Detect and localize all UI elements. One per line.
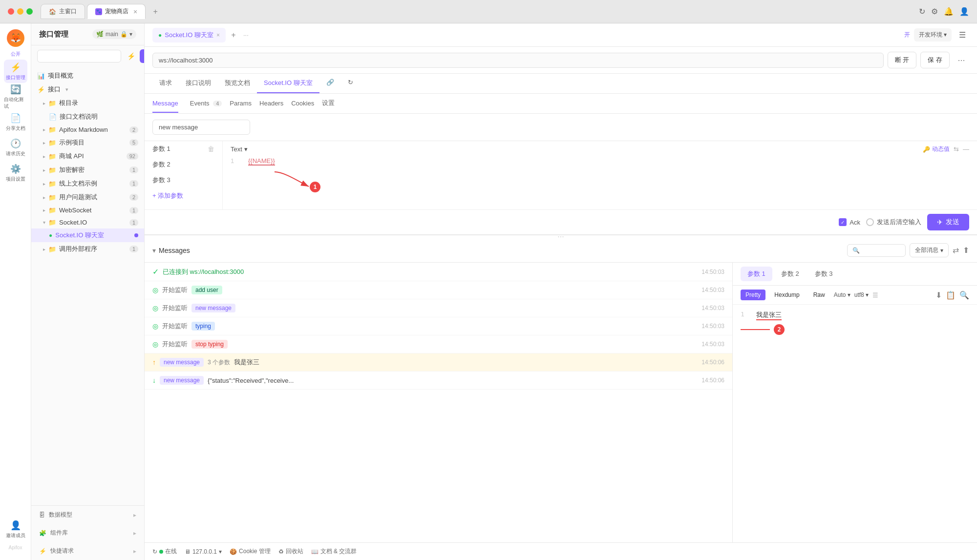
copy-icon[interactable]: 📋 xyxy=(946,290,956,300)
main-tab-close-icon[interactable]: × xyxy=(216,32,220,39)
encoding-selector[interactable]: Auto ▾ xyxy=(834,291,850,298)
dynamic-value-button[interactable]: 🔑 动态值 xyxy=(923,145,950,153)
sidebar-item-docs[interactable]: 📄 分享文档 xyxy=(4,110,27,134)
tree-item-api[interactable]: ⚡ 接口 ▾ xyxy=(31,83,144,96)
sidebar-item-history[interactable]: 🕐 请求历史 xyxy=(4,136,27,159)
message-item-watch-2[interactable]: ◎ 开始监听 new message 14:50:03 xyxy=(145,299,732,317)
search-content-icon[interactable]: 🔍 xyxy=(959,290,969,300)
maximize-button[interactable] xyxy=(26,8,33,15)
add-param-button[interactable]: + 添加参数 xyxy=(149,188,218,204)
message-item-received[interactable]: ↓ new message {"status":"Received","rece… xyxy=(145,372,732,390)
messages-collapse-icon[interactable]: ▾ xyxy=(152,247,156,254)
tree-item-socketio[interactable]: ▾ 📁 Socket.IO 1 xyxy=(31,216,144,228)
close-button[interactable] xyxy=(8,8,14,15)
main-tab-socketio-chat[interactable]: ● Socket.IO 聊天室 × xyxy=(152,28,226,42)
tab-socketio-chat[interactable]: Socket.IO 聊天室 xyxy=(257,74,319,93)
main-add-tab-button[interactable]: + xyxy=(228,29,239,41)
msg-tab-headers[interactable]: Headers xyxy=(255,95,287,113)
tab-home[interactable]: 🏠 主窗口 xyxy=(41,4,85,19)
tree-item-external[interactable]: ▸ 📁 调用外部程序 1 xyxy=(31,242,144,256)
msg-tab-cookies[interactable]: Cookies xyxy=(287,95,318,113)
tab-link[interactable]: 🔗 xyxy=(319,74,341,93)
messages-action-icon[interactable]: ⬆ xyxy=(963,246,969,255)
message-item-watch-1[interactable]: ◎ 开始监听 add user 14:50:03 xyxy=(145,281,732,299)
clear-checkbox[interactable] xyxy=(866,218,874,226)
msg-tab-message[interactable]: Message xyxy=(152,95,178,113)
tree-item-shop-api[interactable]: ▸ 📁 商城 API 92 xyxy=(31,149,144,163)
sidebar-item-settings[interactable]: ⚙️ 项目设置 xyxy=(4,161,27,185)
save-button[interactable]: 保 存 xyxy=(920,52,950,68)
format-pretty-button[interactable]: Pretty xyxy=(741,290,765,300)
main-more-tabs-icon[interactable]: ··· xyxy=(243,31,249,39)
messages-search-box[interactable]: 🔍 xyxy=(847,244,906,257)
nav-bottom-data-model[interactable]: 🗄 数据模型 ▸ xyxy=(31,506,144,524)
tree-item-socketio-chat[interactable]: ● Socket.IO 聊天室 xyxy=(31,228,144,242)
format-raw-button[interactable]: Raw xyxy=(808,290,830,300)
branch-selector[interactable]: 🌿 main 🔒 ▾ xyxy=(92,29,136,39)
bell-icon[interactable]: 🔔 xyxy=(944,7,954,16)
settings-browser-icon[interactable]: ⚙ xyxy=(931,7,938,16)
tab-close-button[interactable]: × xyxy=(133,8,137,16)
list-icon[interactable]: ☰ xyxy=(872,291,878,299)
message-item-watch-3[interactable]: ◎ 开始监听 typing 14:50:03 xyxy=(145,317,732,335)
event-name-input[interactable] xyxy=(152,120,250,135)
disconnect-button[interactable]: 断 开 xyxy=(888,52,917,68)
message-item-watch-4[interactable]: ◎ 开始监听 stop typing 14:50:03 xyxy=(145,335,732,353)
expand-icon[interactable]: ⇆ xyxy=(954,145,959,153)
collapse-bar-icon[interactable]: — xyxy=(963,145,969,153)
add-tab-button[interactable]: + xyxy=(149,6,161,18)
rp-tab-param2[interactable]: 参数 2 xyxy=(774,267,806,281)
tree-item-online-docs[interactable]: ▸ 📁 线上文档示例 1 xyxy=(31,177,144,190)
rp-tab-param3[interactable]: 参数 3 xyxy=(808,267,840,281)
tree-item-apifox-markdown[interactable]: ▸ 📁 Apifox Markdown 2 xyxy=(31,124,144,136)
refresh-browser-icon[interactable]: ↻ xyxy=(919,7,925,16)
sidebar-item-api-management[interactable]: ⚡ 接口管理 xyxy=(4,60,27,83)
ack-checkbox[interactable]: ✓ xyxy=(839,218,847,226)
msg-tab-params[interactable]: Params xyxy=(226,95,255,113)
rp-tab-param1[interactable]: 参数 1 xyxy=(741,267,772,281)
tree-item-api-docs[interactable]: 📄 接口文档说明 xyxy=(31,110,144,124)
param-item-1[interactable]: 参数 1 🗑 xyxy=(149,141,218,157)
param1-delete-icon[interactable]: 🗑 xyxy=(208,145,214,153)
status-docs[interactable]: 📖 文档 & 交流群 xyxy=(311,547,357,556)
tree-item-root[interactable]: ▸ 📁 根目录 xyxy=(31,96,144,110)
nav-bottom-quick-request[interactable]: ⚡ 快捷请求 ▸ xyxy=(31,542,144,560)
tab-refresh[interactable]: ↻ xyxy=(341,74,360,93)
format-hexdump-button[interactable]: Hexdump xyxy=(769,290,804,300)
message-item-connected[interactable]: ✓ 已连接到 ws://localhost:3000 14:50:03 xyxy=(145,263,732,281)
tree-item-examples[interactable]: ▸ 📁 示例项目 5 xyxy=(31,136,144,149)
add-button[interactable]: + xyxy=(140,49,145,63)
url-input[interactable] xyxy=(152,53,884,68)
minimize-button[interactable] xyxy=(17,8,23,15)
tab-request[interactable]: 请求 xyxy=(152,74,179,93)
env-selector[interactable]: 开发环境 ▾ xyxy=(914,28,952,41)
charset-selector[interactable]: utf8 ▾ xyxy=(854,291,869,298)
status-cookie[interactable]: 🍪 Cookie 管理 xyxy=(230,547,271,556)
status-online[interactable]: ↻ 在线 xyxy=(152,547,177,556)
send-button[interactable]: ✈ 发送 xyxy=(927,214,969,230)
text-type-selector[interactable]: Text ▾ xyxy=(231,145,248,153)
search-input[interactable] xyxy=(37,50,121,62)
more-options-button[interactable]: ··· xyxy=(954,52,969,68)
msg-tab-settings[interactable]: 设置 xyxy=(318,94,339,113)
tree-item-user-tests[interactable]: ▸ 📁 用户问题测试 2 xyxy=(31,190,144,204)
status-ip[interactable]: 🖥 127.0.0.1 ▾ xyxy=(185,548,222,555)
tree-item-overview[interactable]: 📊 项目概览 xyxy=(31,69,144,83)
hamburger-menu-button[interactable]: ☰ xyxy=(956,28,969,42)
filter-button[interactable]: ⚡ xyxy=(124,49,138,63)
tab-pet[interactable]: 🐾 宠物商店 × xyxy=(87,4,146,19)
message-item-sent[interactable]: ↑ new message 3 个参数 我是张三 14:50:06 xyxy=(145,353,732,372)
sidebar-item-automation[interactable]: 🔄 自动化测试 xyxy=(4,85,27,108)
sync-icon[interactable]: ⇄ xyxy=(953,246,959,255)
download-icon[interactable]: ⬇ xyxy=(935,290,942,300)
param-item-2[interactable]: 参数 2 xyxy=(149,157,218,172)
sidebar-item-invite[interactable]: 👤 邀请成员 xyxy=(4,518,27,541)
tree-item-websocket[interactable]: ▸ 📁 WebSocket 1 xyxy=(31,204,144,216)
filter-dropdown[interactable]: 全部消息 ▾ xyxy=(910,243,949,257)
user-avatar[interactable]: 👤 xyxy=(959,7,969,16)
nav-bottom-components[interactable]: 🧩 组件库 ▸ xyxy=(31,524,144,542)
tree-item-encrypt[interactable]: ▸ 📁 加密解密 1 xyxy=(31,163,144,177)
msg-tab-events[interactable]: Events 4 xyxy=(186,95,226,113)
tab-api-doc[interactable]: 接口说明 xyxy=(179,74,218,93)
param-item-3[interactable]: 参数 3 xyxy=(149,172,218,188)
